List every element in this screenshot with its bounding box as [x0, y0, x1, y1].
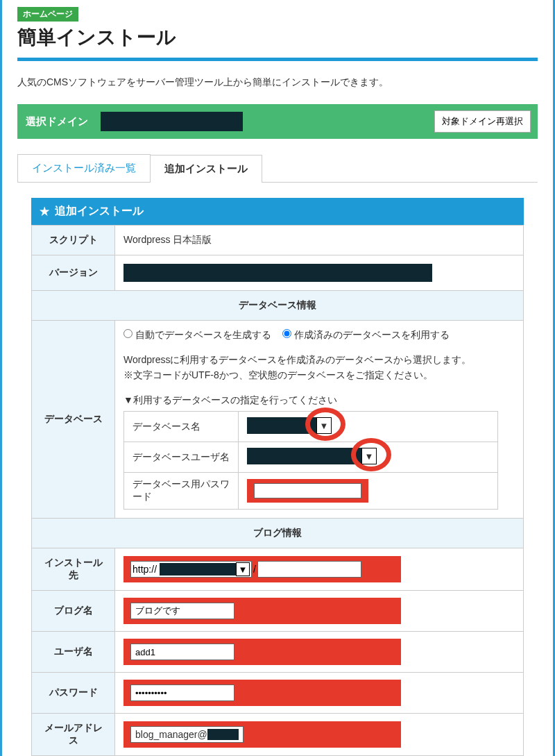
- domain-reselect-button[interactable]: 対象ドメイン再選択: [434, 110, 531, 133]
- accent-bar: [17, 58, 538, 61]
- radio-auto-text: 自動でデータベースを生成する: [135, 329, 271, 340]
- install-domain-redacted: [160, 563, 236, 576]
- install-path-input[interactable]: [257, 561, 361, 578]
- tab-add-install[interactable]: 追加インストール: [150, 155, 262, 183]
- version-value-redacted: [123, 264, 432, 282]
- tab-installed-list[interactable]: インストール済み一覧: [17, 154, 151, 182]
- install-dest-prefix: http://: [133, 564, 157, 575]
- chevron-down-icon[interactable]: ▼: [236, 562, 250, 576]
- install-dest-label: インストール先: [32, 548, 115, 591]
- radio-auto[interactable]: [123, 329, 133, 338]
- version-label: バージョン: [32, 255, 115, 291]
- star-icon: ★: [40, 205, 49, 218]
- email-label: メールアドレス: [32, 714, 115, 756]
- blog-section-header: ブログ情報: [32, 519, 524, 548]
- highlight-box-install-dest: http:// ▼ /: [123, 556, 401, 582]
- db-password-label: データベース用パスワード: [124, 473, 239, 510]
- chevron-down-icon: ▼: [361, 448, 377, 464]
- highlight-box-email: blog_manager@: [123, 721, 401, 748]
- password-label: パスワード: [32, 673, 115, 714]
- username-input[interactable]: [130, 644, 234, 660]
- radio-existing[interactable]: [282, 329, 291, 338]
- db-user-label: データベースユーザ名: [124, 442, 239, 473]
- domain-value-redacted: [101, 112, 243, 131]
- panel-header: ★ 追加インストール: [31, 198, 524, 225]
- db-user-select[interactable]: ▼: [247, 448, 377, 464]
- domain-bar: 選択ドメイン 対象ドメイン再選択: [17, 104, 538, 139]
- highlight-box-blog-name: [123, 598, 401, 624]
- password-input[interactable]: [130, 684, 234, 701]
- category-tag: ホームページ: [17, 7, 78, 22]
- db-note: ※文字コードがUTF-8かつ、空状態のデータベースをご指定ください。: [123, 369, 515, 382]
- db-instruction: Wordpressに利用するデータベースを作成済みのデータベースから選択します。: [123, 354, 515, 367]
- highlight-box-db-password: [247, 479, 368, 503]
- panel-title: 追加インストール: [55, 204, 144, 219]
- script-label: スクリプト: [32, 226, 115, 255]
- script-value: Wordpress 日本語版: [115, 226, 524, 255]
- db-select-prompt: ▼利用するデータベースの指定を行ってください: [123, 394, 515, 407]
- radio-auto-label[interactable]: 自動でデータベースを生成する: [123, 329, 271, 340]
- page-title: 簡単インストール: [17, 24, 538, 51]
- path-separator: /: [253, 564, 256, 575]
- db-user-value-redacted: [247, 448, 361, 464]
- blog-name-label: ブログ名: [32, 591, 115, 632]
- chevron-down-icon: ▼: [316, 417, 332, 434]
- domain-label: 選択ドメイン: [26, 115, 88, 128]
- radio-existing-label[interactable]: 作成済みのデータベースを利用する: [282, 329, 450, 340]
- radio-existing-text: 作成済みのデータベースを利用する: [294, 329, 450, 340]
- blog-name-input[interactable]: [130, 603, 234, 619]
- email-input-value[interactable]: blog_manager@: [135, 729, 207, 740]
- tabs: インストール済み一覧 追加インストール: [17, 154, 538, 183]
- db-section-header: データベース情報: [32, 291, 524, 321]
- db-name-select[interactable]: ▼: [247, 417, 332, 434]
- highlight-box-password: [123, 680, 401, 706]
- email-domain-redacted: [207, 729, 239, 740]
- db-password-input[interactable]: [254, 483, 361, 498]
- db-name-value-redacted: [247, 417, 316, 434]
- intro-text: 人気のCMSソフトウェアをサーバー管理ツール上から簡単にインストールできます。: [17, 76, 538, 89]
- db-name-label: データベース名: [124, 412, 239, 442]
- highlight-box-username: [123, 639, 401, 665]
- database-label: データベース: [32, 321, 115, 519]
- username-label: ユーザ名: [32, 632, 115, 673]
